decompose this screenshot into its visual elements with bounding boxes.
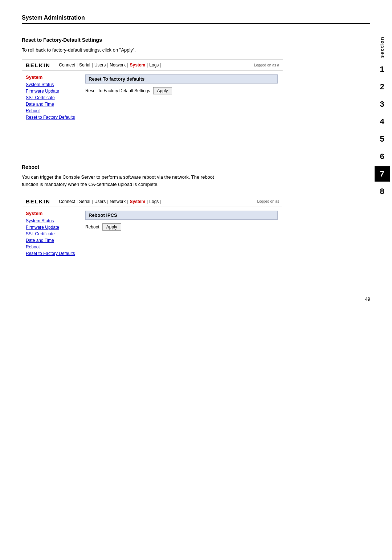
reset-section-heading: Reset to Factory-Default Settings — [22, 37, 370, 43]
nav-connect-reset[interactable]: Connect — [59, 62, 75, 68]
sidebar-heading-reboot: System — [26, 211, 76, 216]
nav-serial-reset[interactable]: Serial — [79, 62, 90, 68]
nav-system-reset[interactable]: System — [130, 62, 145, 68]
sidebar-link-firmware-reboot[interactable]: Firmware Update — [26, 225, 76, 230]
section-num-1[interactable]: 1 — [375, 62, 390, 77]
section-num-2[interactable]: 2 — [375, 79, 390, 94]
section-label: section — [379, 36, 385, 58]
content-label-reboot: Reboot — [85, 224, 99, 230]
content-title-reset: Reset To factory defaults — [85, 74, 278, 84]
belkin-main-reset: Reset To factory defaults Reset To Facto… — [80, 71, 283, 151]
belkin-header-reboot: BELKIN | Connect | Serial | Users | Netw… — [22, 196, 283, 207]
nav-logs-reset[interactable]: Logs — [149, 62, 159, 68]
nav-system-reboot[interactable]: System — [130, 199, 145, 204]
nav-logs-reboot[interactable]: Logs — [149, 199, 159, 204]
section-num-5[interactable]: 5 — [375, 131, 390, 147]
belkin-nav-reset: Connect | Serial | Users | Network | Sys… — [57, 62, 279, 68]
sidebar-link-system-status-reset[interactable]: System Status — [26, 82, 76, 87]
belkin-sidebar-reset: System System Status Firmware Update SSL… — [22, 71, 80, 151]
belkin-nav-reboot: Connect | Serial | Users | Network | Sys… — [57, 199, 279, 204]
belkin-frame-reset: BELKIN | Connect | Serial | Users | Netw… — [22, 60, 283, 151]
page-heading: System Administration — [22, 15, 370, 24]
belkin-body-reset: System System Status Firmware Update SSL… — [22, 71, 283, 151]
reboot-heading: Reboot — [22, 164, 370, 170]
reboot-desc-line1: You can trigger the Console Server to pe… — [22, 174, 214, 180]
content-label-reset: Reset To Factory Default Settings — [85, 88, 150, 93]
sidebar-link-ssl-reboot[interactable]: SSL Certificate — [26, 231, 76, 236]
section-numbers: section 1 2 3 4 5 6 7 8 — [372, 36, 392, 201]
nav-pipe-reboot: | — [56, 199, 57, 204]
logged-on-reset: Logged on as a — [254, 63, 279, 67]
sidebar-link-system-status-reboot[interactable]: System Status — [26, 218, 76, 223]
sidebar-link-ssl-reset[interactable]: SSL Certificate — [26, 95, 76, 100]
page-number: 49 — [365, 296, 370, 302]
nav-network-reboot[interactable]: Network — [110, 199, 126, 204]
sidebar-link-datetime-reboot[interactable]: Date and Time — [26, 238, 76, 243]
belkin-frame-reboot: BELKIN | Connect | Serial | Users | Netw… — [22, 196, 283, 287]
section-num-4[interactable]: 4 — [375, 114, 390, 129]
content-row-reboot: Reboot Apply — [85, 223, 278, 231]
reboot-description: You can trigger the Console Server to pe… — [22, 174, 370, 189]
content-title-reboot: Reboot IPCS — [85, 211, 278, 220]
section-num-3[interactable]: 3 — [375, 97, 390, 112]
logged-on-reboot: Logged on as — [257, 199, 279, 203]
section-num-6[interactable]: 6 — [375, 149, 390, 164]
nav-pipe-reset: | — [56, 62, 57, 68]
belkin-sidebar-reboot: System System Status Firmware Update SSL… — [22, 207, 80, 287]
belkin-logo-reboot: BELKIN — [26, 198, 50, 204]
nav-serial-reboot[interactable]: Serial — [79, 199, 90, 204]
sidebar-link-factory-reboot[interactable]: Reset to Factory Defaults — [26, 251, 76, 256]
reboot-section: Reboot You can trigger the Console Serve… — [22, 164, 370, 189]
nav-network-reset[interactable]: Network — [110, 62, 126, 68]
sidebar-link-factory-reset[interactable]: Reset to Factory Defaults — [26, 115, 76, 120]
content-row-reset: Reset To Factory Default Settings Apply — [85, 87, 278, 94]
reboot-desc-line2: function is mandatory when the CA-certif… — [22, 182, 159, 187]
sidebar-link-reboot-reset[interactable]: Reboot — [26, 108, 76, 113]
sidebar-heading-reset: System — [26, 74, 76, 80]
section-num-7[interactable]: 7 — [375, 166, 390, 182]
belkin-body-reboot: System System Status Firmware Update SSL… — [22, 207, 283, 287]
belkin-header-reset: BELKIN | Connect | Serial | Users | Netw… — [22, 60, 283, 71]
sidebar-link-firmware-reset[interactable]: Firmware Update — [26, 89, 76, 94]
section-num-8[interactable]: 8 — [375, 184, 390, 199]
belkin-main-reboot: Reboot IPCS Reboot Apply — [80, 207, 283, 287]
belkin-logo-reset: BELKIN — [26, 62, 50, 68]
apply-button-reboot[interactable]: Apply — [102, 223, 121, 231]
reset-section-description: To roll back to factory-default settings… — [22, 46, 370, 54]
apply-button-reset[interactable]: Apply — [153, 87, 172, 94]
nav-users-reset[interactable]: Users — [94, 62, 106, 68]
nav-connect-reboot[interactable]: Connect — [59, 199, 75, 204]
sidebar-link-datetime-reset[interactable]: Date and Time — [26, 102, 76, 107]
sidebar-link-reboot-reboot[interactable]: Reboot — [26, 244, 76, 249]
nav-users-reboot[interactable]: Users — [94, 199, 106, 204]
